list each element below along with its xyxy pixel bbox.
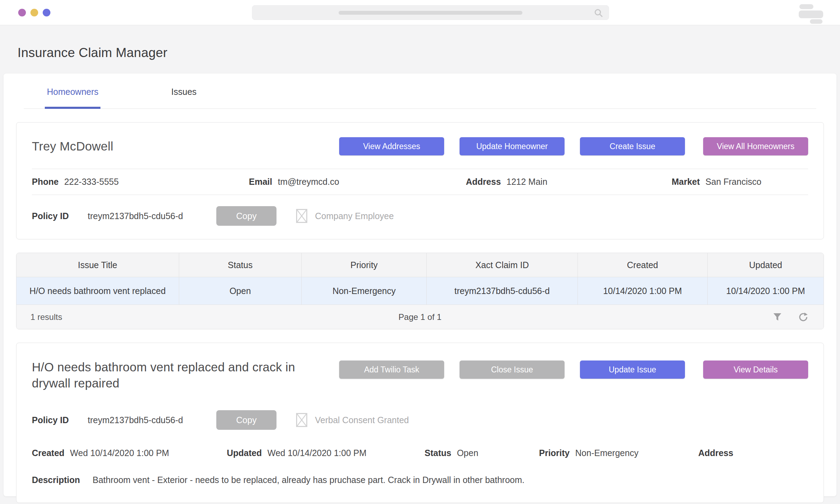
policy-id-label: Policy ID (32, 211, 69, 221)
tab-homeowners[interactable]: Homeowners (45, 74, 100, 109)
email-value: tm@treymcd.co (278, 177, 339, 187)
window-maximize-dot[interactable] (43, 9, 50, 16)
page-indicator: Page 1 of 1 (218, 312, 622, 322)
homeowner-card: Trey McDowell View Addresses Update Home… (16, 122, 824, 239)
market-label: Market (672, 177, 700, 187)
col-priority: Priority (301, 253, 426, 277)
update-issue-button[interactable]: Update Issue (580, 360, 685, 379)
table-row[interactable]: H/O needs bathroom vent replaced Open No… (16, 277, 824, 304)
window-controls (18, 9, 50, 16)
col-issue-title: Issue Title (16, 253, 179, 277)
policy-id-label: Policy ID (32, 415, 69, 425)
view-details-button[interactable]: View Details (703, 360, 808, 379)
url-placeholder-line (339, 11, 523, 15)
description-value: Bathroom vent - Exterior - needs to be r… (93, 475, 525, 485)
col-xact-claim-id: Xact Claim ID (426, 253, 577, 277)
tab-bar: Homeowners Issues (24, 74, 816, 109)
window-minimize-dot[interactable] (30, 9, 38, 16)
phone-label: Phone (32, 177, 58, 187)
updated-value: Wed 10/14/2020 1:00 PM (267, 448, 366, 458)
window-close-dot[interactable] (18, 9, 26, 16)
updated-label: Updated (227, 448, 262, 458)
browser-menu-icon[interactable] (797, 4, 823, 22)
col-updated: Updated (707, 253, 824, 277)
cell-issue-title: H/O needs bathroom vent replaced (16, 277, 179, 304)
policy-id-value: treym2137bdh5-cdu56-d (88, 415, 183, 425)
col-status: Status (179, 253, 302, 277)
results-count: 1 results (16, 312, 218, 322)
created-value: Wed 10/14/2020 1:00 PM (70, 448, 169, 458)
refresh-icon[interactable] (798, 312, 808, 322)
issue-title: H/O needs bathroom vent replaced and cra… (32, 359, 319, 391)
email-label: Email (249, 177, 272, 187)
add-twilio-task-button[interactable]: Add Twilio Task (339, 360, 444, 379)
company-employee-label: Company Employee (315, 211, 394, 221)
col-created: Created (578, 253, 707, 277)
address-label: Address (698, 448, 733, 458)
issue-card: H/O needs bathroom vent replaced and cra… (16, 343, 824, 503)
verbal-consent-label: Verbal Consent Granted (315, 415, 409, 425)
issues-table: Issue Title Status Priority Xact Claim I… (16, 253, 824, 329)
cell-priority: Non-Emergency (301, 277, 426, 304)
cell-created: 10/14/2020 1:00 PM (578, 277, 707, 304)
priority-value: Non-Emergency (575, 448, 639, 458)
tab-issues[interactable]: Issues (169, 74, 198, 109)
cell-status: Open (179, 277, 302, 304)
close-issue-button[interactable]: Close Issue (460, 360, 565, 379)
description-label: Description (32, 475, 80, 485)
cell-updated: 10/14/2020 1:00 PM (707, 277, 824, 304)
view-all-homeowners-button[interactable]: View All Homeowners (703, 137, 808, 155)
issues-table-footer: 1 results Page 1 of 1 (16, 304, 824, 329)
page-title: Insurance Claim Manager (18, 46, 840, 60)
copy-policy-id-button[interactable]: Copy (216, 410, 276, 430)
status-value: Open (457, 448, 478, 458)
priority-label: Priority (539, 448, 570, 458)
address-label: Address (466, 177, 501, 187)
cell-xact-claim-id: treym2137bdh5-cdu56-d (426, 277, 577, 304)
homeowner-name: Trey McDowell (32, 139, 113, 153)
company-employee-checkbox[interactable] (296, 209, 307, 223)
search-icon (594, 8, 603, 18)
verbal-consent-checkbox[interactable] (296, 413, 307, 427)
issues-table-header: Issue Title Status Priority Xact Claim I… (16, 253, 824, 277)
browser-topbar (0, 0, 840, 25)
address-search-input[interactable] (252, 5, 609, 20)
copy-policy-id-button[interactable]: Copy (216, 206, 276, 226)
market-value: San Francisco (706, 177, 762, 187)
policy-id-value: treym2137bdh5-cdu56-d (88, 211, 183, 221)
created-label: Created (32, 448, 64, 458)
status-label: Status (425, 448, 451, 458)
main-panel: Homeowners Issues Trey McDowell View Add… (4, 74, 836, 496)
address-value: 1212 Main (506, 177, 547, 187)
update-homeowner-button[interactable]: Update Homeowner (460, 137, 565, 155)
create-issue-button[interactable]: Create Issue (580, 137, 685, 155)
phone-value: 222-333-5555 (64, 177, 119, 187)
view-addresses-button[interactable]: View Addresses (339, 137, 444, 155)
filter-icon[interactable] (772, 312, 782, 322)
